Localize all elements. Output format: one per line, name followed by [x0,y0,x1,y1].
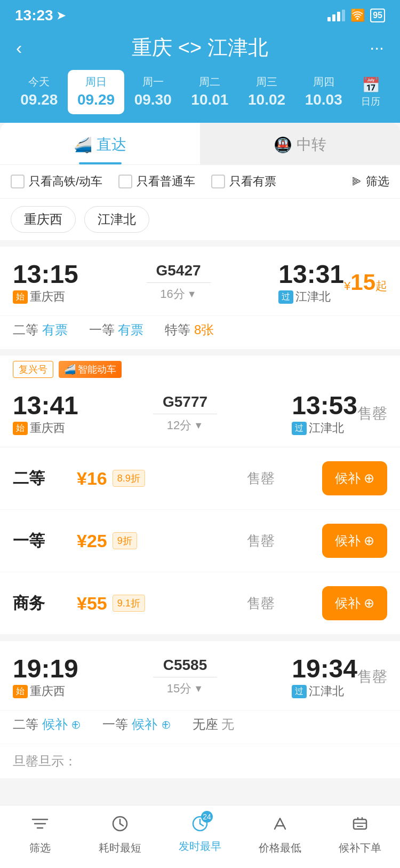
waitlist-btn-1st[interactable]: 候补⊕ [322,524,387,558]
date-item-wed[interactable]: 周三 10.02 [238,70,295,114]
calendar-button[interactable]: 📅 日历 [352,76,389,108]
discount-1st: 9折 [113,532,137,549]
bottom-nav: 筛选 耗时最短 24 发时最早 价格最低 [0,805,400,868]
seat-price-1st: ¥25 9折 [77,531,199,551]
sold-out-2: 售罄 [357,404,387,424]
tab-direct[interactable]: 🚄 直达 [0,123,200,164]
discount-2nd: 8.9折 [113,470,145,487]
train-number-3: C5585 [89,657,281,674]
svg-line-5 [120,824,123,826]
badge-count: 24 [201,811,213,823]
nav-earliest[interactable]: 24 发时最早 [160,814,240,855]
waitlist-btn-business[interactable]: 候补⊕ [322,586,387,620]
arrive-time-1: 13:31 [278,259,344,289]
back-button[interactable]: ‹ [16,37,48,58]
filter-sort-button[interactable]: ⫸ 筛选 [351,173,389,190]
checkbox-highspeed[interactable] [11,175,25,188]
depart-badge-3: 始 [13,685,28,698]
wifi-icon: 🛜 [350,9,365,22]
station-filter: 重庆西 江津北 [0,198,400,240]
more-button[interactable]: ··· [352,38,384,58]
arrive-badge-2: 过 [292,422,307,435]
arrive-station-1: 过 江津北 [278,289,344,305]
svg-rect-10 [354,819,366,829]
nav-cheapest-label: 价格最低 [259,841,301,855]
arrive-badge-3: 过 [292,685,307,698]
train-main-g5777[interactable]: 13:41 始 重庆西 G5777 12分 ▼ 13:53 过 江津北 [0,378,400,447]
train-card-g5427: 13:15 始 重庆西 G5427 16分 ▼ 13:31 过 江津北 [0,247,400,349]
ticket-avail-1: 二等 有票 一等 有票 特等 8张 [0,315,400,349]
train-duration-3: 15分 ▼ [89,681,281,697]
filter-normal[interactable]: 只看普通车 [118,173,195,190]
discount-business: 9.1折 [113,595,145,612]
train-main-c5585[interactable]: 19:19 始 重庆西 C5585 15分 ▼ 19:34 过 江津北 [0,641,400,710]
depart-station-1: 始 重庆西 [13,289,78,305]
depart-station-2: 始 重庆西 [13,420,78,436]
nav-shortest[interactable]: 耗时最短 [80,814,160,855]
train-info-3: C5585 15分 ▼ [78,657,292,697]
train-number-1: G5427 [89,262,268,279]
arrive-block-3: 19:34 过 江津北 [292,654,357,699]
station-tag-jiangjinbei[interactable]: 江津北 [84,206,149,233]
battery-indicator: 95 [370,9,385,22]
seat-price-2nd: ¥16 8.9折 [77,468,199,489]
metro-icon: 🚇 [274,136,292,154]
waitlist-btn-2nd[interactable]: 候补⊕ [322,461,387,495]
date-item-thu[interactable]: 周四 10.03 [295,70,352,114]
waitlist-2nd-c5585[interactable]: 候补 ⊕ [42,717,82,731]
checkbox-normal[interactable] [118,175,132,188]
date-item-tue[interactable]: 周二 10.01 [181,70,238,114]
plus-icon-2nd: ⊕ [364,471,374,486]
date-item-selected[interactable]: 周日 09.29 [68,70,125,114]
train-icon: 🚄 [74,136,92,154]
smart-icon: 🚄 [64,364,76,375]
tag-fuxing: 复兴号 [13,361,53,378]
arrive-badge-1: 过 [278,290,293,304]
nav-earliest-label: 发时最早 [179,839,221,854]
train-number-2: G5777 [89,393,281,411]
filter-nav-icon [30,814,50,838]
depart-block-2: 13:41 始 重庆西 [13,391,78,436]
date-item-today[interactable]: 今天 09.28 [11,70,68,114]
sold-warning-c5585: 旦罄旦示： [0,744,400,778]
depart-badge-2: 始 [13,422,28,435]
train-tags-g5777: 复兴号 🚄智能动车 [0,356,400,378]
depart-time-2: 13:41 [13,391,78,420]
depart-time-3: 19:19 [13,654,78,683]
seat-price-business: ¥55 9.1折 [77,593,199,614]
nav-waitlist[interactable]: 候补下单 [320,814,400,855]
filter-highspeed[interactable]: 只看高铁/动车 [11,173,102,190]
train-main-g5427[interactable]: 13:15 始 重庆西 G5427 16分 ▼ 13:31 过 江津北 [0,247,400,315]
arrive-time-2: 13:53 [292,391,357,420]
waitlist-nav-icon [350,814,370,838]
arrive-block-1: 13:31 过 江津北 [278,259,344,305]
arrive-block-2: 13:53 过 江津北 [292,391,357,436]
tab-transfer[interactable]: 🚇 中转 [200,123,400,164]
train-price-1: ¥15起 [344,270,387,295]
svg-line-8 [200,824,203,826]
train-line-1 [147,282,211,283]
filter-bar: 只看高铁/动车 只看普通车 只看有票 ⫸ 筛选 [0,164,400,198]
station-tag-chongqingxi[interactable]: 重庆西 [11,206,76,233]
train-info-1: G5427 16分 ▼ [78,262,279,303]
train-duration-1: 16分 ▼ [89,286,268,302]
calendar-icon: 📅 [362,76,380,94]
depart-badge-1: 始 [13,290,28,304]
date-selector: 今天 09.28 周日 09.29 周一 09.30 周二 10.01 周三 1… [0,70,400,123]
nav-filter[interactable]: 筛选 [0,814,80,855]
seat-class-business: 商务 [13,593,77,614]
nav-cheapest[interactable]: 价格最低 [240,814,320,855]
checkbox-available[interactable] [211,175,225,188]
date-item-mon[interactable]: 周一 09.30 [124,70,181,114]
train-line-3 [153,677,217,678]
filter-available[interactable]: 只看有票 [211,173,276,190]
sold-out-3: 售罄 [357,667,387,687]
plus-icon-1st: ⊕ [364,533,374,548]
train-line-2 [153,414,217,415]
status-bar: 13:23 ➤ 🛜 95 [0,0,400,29]
train-card-g5777: 复兴号 🚄智能动车 13:41 始 重庆西 G5777 12分 ▼ [0,356,400,635]
waitlist-1st-c5585[interactable]: 候补 ⊕ [132,717,171,731]
train-info-2: G5777 12分 ▼ [78,393,292,434]
status-time: 13:23 ➤ [15,7,66,24]
nav-badge-earliest: 24 [190,814,210,836]
